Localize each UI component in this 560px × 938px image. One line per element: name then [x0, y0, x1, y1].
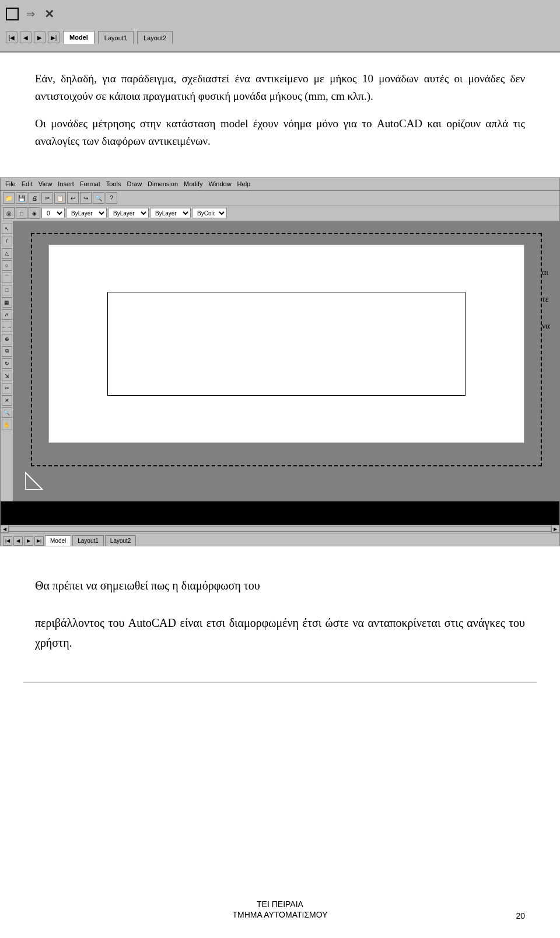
lineweight-dropdown[interactable]: ByLayer — [150, 208, 191, 218]
right-annotations: αι τε να — [542, 268, 559, 331]
tool-move[interactable]: ⊕ — [2, 334, 12, 344]
square-icon — [6, 8, 19, 20]
toolbar2-btn-1[interactable]: ◎ — [3, 207, 15, 219]
paragraph-3: Θα πρέπει να σημειωθεί πως η διαμόρφωση … — [35, 576, 525, 595]
tool-arc[interactable]: ⌒ — [2, 273, 12, 283]
tool-select[interactable]: ↖ — [2, 224, 12, 234]
paragraph-1: Εάν, δηλαδή, για παράδειγμα, σχεδιαστεί … — [35, 70, 525, 106]
acad-left-toolbar: ↖ / △ ○ ⌒ □ ▦ A ←→ ⊕ ⧉ ↻ ⇲ ✂ ✕ 🔍 ✋ — [1, 221, 13, 501]
menu-window[interactable]: Window — [206, 180, 233, 188]
scroll-right-btn[interactable]: ▶ — [551, 525, 559, 533]
acad-toolbar-1: 📁 💾 🖨 ✂ 📋 ↩ ↪ 🔍 ? — [1, 191, 559, 206]
scroll-track[interactable] — [9, 526, 551, 532]
nav-next-btn[interactable]: ▶ — [34, 32, 46, 43]
linetype-dropdown[interactable]: ByLayer — [108, 208, 149, 218]
menu-dimension[interactable]: Dimension — [145, 180, 180, 188]
menu-format[interactable]: Format — [78, 180, 103, 188]
inner-drawing-rect — [107, 292, 466, 396]
toolbar-btn-3[interactable]: 🖨 — [29, 192, 40, 204]
footer-line2: ΤΜΗΜΑ ΑΥΤΟΜΑΤΙΣΜΟΥ — [0, 910, 560, 919]
toolbar-btn-4[interactable]: ✂ — [41, 192, 53, 204]
tool-zoom[interactable]: 🔍 — [2, 407, 12, 418]
paragraph-2: Οι μονάδες μέτρησης στην κατάσταση model… — [35, 115, 525, 151]
annotation-1: αι — [542, 268, 559, 277]
tool-scale[interactable]: ⇲ — [2, 371, 12, 381]
top-toolbar: ⇒ ✕ |◀ ◀ ▶ ▶| Model Layout1 Layout2 — [0, 0, 560, 53]
page-number: 20 — [516, 911, 525, 920]
tab-nav-next[interactable]: ▶ — [24, 536, 33, 546]
paragraph-4: περιβάλλοντος του AutoCAD είναι ετσι δια… — [35, 613, 525, 653]
toolbar2-btn-2[interactable]: □ — [16, 207, 27, 219]
toolbar-row2: |◀ ◀ ▶ ▶| Model Layout1 Layout2 — [6, 26, 554, 49]
svg-marker-0 — [25, 472, 43, 490]
annotation-2: τε — [542, 295, 559, 304]
annotation-3: να — [542, 322, 559, 331]
nav-first-btn[interactable]: |◀ — [6, 32, 18, 43]
page-footer: ΤΕΙ ΠΕΙΡΑΙΑ ΤΜΗΜΑ ΑΥΤΟΜΑΤΙΣΜΟΥ — [0, 898, 560, 920]
bottom-tab-layout2[interactable]: Layout2 — [105, 535, 136, 546]
footer-line1: ΤΕΙ ΠΕΙΡΑΙΑ — [0, 899, 560, 909]
tool-line[interactable]: / — [2, 236, 12, 246]
toolbar-btn-5[interactable]: 📋 — [54, 192, 66, 204]
autocad-screenshot: File Edit View Insert Format Tools Draw … — [0, 177, 560, 546]
tool-text[interactable]: A — [2, 309, 12, 320]
ucs-icon — [25, 466, 48, 490]
toolbar-btn-9[interactable]: ? — [106, 192, 117, 204]
main-content: Εάν, δηλαδή, για παράδειγμα, σχεδιαστεί … — [0, 53, 560, 172]
toolbar-btn-8[interactable]: 🔍 — [93, 192, 104, 204]
toolbar-inner: ⇒ ✕ |◀ ◀ ▶ ▶| Model Layout1 Layout2 — [6, 2, 554, 49]
tool-trim[interactable]: ✂ — [2, 383, 12, 393]
toolbar-btn-2[interactable]: 💾 — [16, 192, 27, 204]
tool-polyline[interactable]: △ — [2, 248, 12, 259]
tool-erase[interactable]: ✕ — [2, 395, 12, 406]
tab-nav-prev[interactable]: ◀ — [13, 536, 23, 546]
acad-bottom-tabs: |◀ ◀ ▶ ▶| Model Layout1 Layout2 — [1, 533, 559, 546]
canvas-bg: αι τε να — [13, 221, 559, 501]
plotstyle-dropdown[interactable]: ByColor — [192, 208, 227, 218]
tool-rect[interactable]: □ — [2, 285, 12, 295]
menu-edit[interactable]: Edit — [19, 180, 35, 188]
acad-drawing-area: ↖ / △ ○ ⌒ □ ▦ A ←→ ⊕ ⧉ ↻ ⇲ ✂ ✕ 🔍 ✋ — [1, 221, 559, 501]
toolbar2-btn-3[interactable]: ◈ — [29, 207, 40, 219]
tab-nav-last[interactable]: ▶| — [34, 536, 44, 546]
arrow-double-icon: ⇒ — [23, 7, 37, 21]
menu-file[interactable]: File — [3, 180, 18, 188]
menu-insert[interactable]: Insert — [55, 180, 76, 188]
paper-area — [48, 245, 524, 443]
acad-menubar: File Edit View Insert Format Tools Draw … — [1, 178, 559, 191]
menu-tools[interactable]: Tools — [104, 180, 124, 188]
nav-prev-btn[interactable]: ◀ — [20, 32, 32, 43]
toolbar-btn-1[interactable]: 📁 — [3, 192, 15, 204]
acad-scrollbar-h[interactable]: ◀ ▶ — [1, 525, 559, 533]
footer-separator — [23, 682, 537, 682]
tool-pan[interactable]: ✋ — [2, 420, 12, 430]
tool-circle[interactable]: ○ — [2, 260, 12, 271]
menu-modify[interactable]: Modify — [181, 180, 205, 188]
tool-copy[interactable]: ⧉ — [2, 346, 12, 357]
color-dropdown[interactable]: ByLayer — [66, 208, 107, 218]
acad-toolbar-2: ◎ □ ◈ 0 ByLayer ByLayer ByLayer ByColor — [1, 206, 559, 221]
acad-canvas[interactable]: αι τε να — [13, 221, 559, 501]
menu-help[interactable]: Help — [235, 180, 253, 188]
bottom-tab-layout1[interactable]: Layout1 — [72, 535, 104, 546]
close-x-icon: ✕ — [42, 7, 56, 21]
tab-nav-first[interactable]: |◀ — [3, 536, 12, 546]
nav-last-btn[interactable]: ▶| — [48, 32, 60, 43]
acad-cmdline[interactable] — [1, 501, 559, 525]
menu-view[interactable]: View — [36, 180, 55, 188]
scroll-left-btn[interactable]: ◀ — [1, 525, 9, 533]
tool-rotate[interactable]: ↻ — [2, 358, 12, 369]
text-section: Θα πρέπει να σημειωθεί πως η διαμόρφωση … — [0, 552, 560, 682]
tab-model[interactable]: Model — [63, 31, 94, 44]
layer-dropdown[interactable]: 0 — [41, 208, 65, 218]
bottom-tab-model[interactable]: Model — [45, 535, 71, 546]
toolbar-btn-7[interactable]: ↪ — [80, 192, 92, 204]
tab-layout2[interactable]: Layout2 — [137, 31, 173, 44]
tool-hatch[interactable]: ▦ — [2, 297, 12, 308]
toolbar-row1: ⇒ ✕ — [6, 2, 554, 26]
tool-dim[interactable]: ←→ — [2, 322, 12, 332]
toolbar-btn-6[interactable]: ↩ — [67, 192, 79, 204]
tab-layout1[interactable]: Layout1 — [98, 31, 134, 44]
menu-draw[interactable]: Draw — [124, 180, 144, 188]
